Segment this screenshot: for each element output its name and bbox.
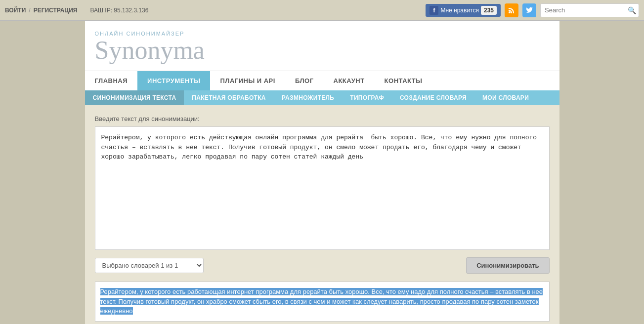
controls-row: Выбрано словарей 1 из 1 Синонимизировать <box>95 257 550 274</box>
separator: / <box>29 7 30 14</box>
search-button[interactable]: 🔍 <box>628 6 636 14</box>
nav-item-plugins[interactable]: ПЛАГИНЫ И API <box>210 71 285 90</box>
sub-nav-my-dicts[interactable]: МОИ СЛОВАРИ <box>474 90 537 105</box>
search-input[interactable] <box>545 6 628 14</box>
text-input[interactable] <box>95 126 550 250</box>
synonymize-button[interactable]: Синонимизировать <box>466 257 549 274</box>
ip-address: ВАШ IP: 95.132.3.136 <box>90 7 148 14</box>
login-link[interactable]: ВОЙТИ <box>5 7 26 14</box>
site-header: ОНЛАЙН СИНОНИМАЙЗЕР Synonyma <box>85 21 559 71</box>
highlighted-output: Рерайтером, у которого есть работающая и… <box>100 288 543 315</box>
nav-item-blog[interactable]: БЛОГ <box>285 71 324 90</box>
fb-count: 235 <box>481 6 497 15</box>
main-container: ОНЛАЙН СИНОНИМАЙЗЕР Synonyma ГЛАВНАЯ ИНС… <box>85 21 559 324</box>
facebook-icon: f <box>429 6 438 15</box>
search-box: 🔍 <box>540 3 639 17</box>
twitter-icon[interactable] <box>522 3 536 17</box>
main-nav: ГЛАВНАЯ ИНСТРУМЕНТЫ ПЛАГИНЫ И API БЛОГ А… <box>85 71 559 90</box>
nav-item-home[interactable]: ГЛАВНАЯ <box>85 71 138 90</box>
top-bar-right: f Мне нравится 235 🔍 <box>426 3 639 17</box>
fb-like-label: Мне нравится <box>440 7 479 14</box>
sub-nav-create-dict[interactable]: СОЗДАНИЕ СЛОВАРЯ <box>392 90 474 105</box>
sub-nav-typograph[interactable]: ТИПОГРАФ <box>342 90 392 105</box>
top-bar-left: ВОЙТИ / РЕГИСТРАЦИЯ ВАШ IP: 95.132.3.136 <box>5 7 421 14</box>
top-bar: ВОЙТИ / РЕГИСТРАЦИЯ ВАШ IP: 95.132.3.136… <box>0 0 644 21</box>
section-label: Введите текст для синонимизации: <box>95 115 550 122</box>
output-text: Рерайтером, у которого есть работающая и… <box>100 287 544 316</box>
output-area: Рерайтером, у которого есть работающая и… <box>95 282 550 322</box>
content-area: Введите текст для синонимизации: Выбрано… <box>85 105 559 324</box>
nav-item-tools[interactable]: ИНСТРУМЕНТЫ <box>137 71 210 90</box>
register-link[interactable]: РЕГИСТРАЦИЯ <box>34 7 78 14</box>
svg-point-0 <box>509 11 511 13</box>
rss-icon[interactable] <box>505 3 518 17</box>
sub-nav-synonymize[interactable]: СИНОНИМИЗАЦИЯ ТЕКСТА <box>85 90 184 105</box>
sub-nav: СИНОНИМИЗАЦИЯ ТЕКСТА ПАКЕТНАЯ ОБРАБОТКА … <box>85 90 559 105</box>
sub-nav-multiplier[interactable]: РАЗМНОЖИТЕЛЬ <box>274 90 342 105</box>
dict-select[interactable]: Выбрано словарей 1 из 1 <box>95 258 204 273</box>
logo-text: Synonyma <box>95 38 550 63</box>
nav-item-contacts[interactable]: КОНТАКТЫ <box>375 71 432 90</box>
nav-item-account[interactable]: АККАУНТ <box>324 71 375 90</box>
site-logo: ОНЛАЙН СИНОНИМАЙЗЕР Synonyma <box>95 31 550 63</box>
sub-nav-batch[interactable]: ПАКЕТНАЯ ОБРАБОТКА <box>184 90 274 105</box>
facebook-like-button[interactable]: f Мне нравится 235 <box>426 4 501 17</box>
